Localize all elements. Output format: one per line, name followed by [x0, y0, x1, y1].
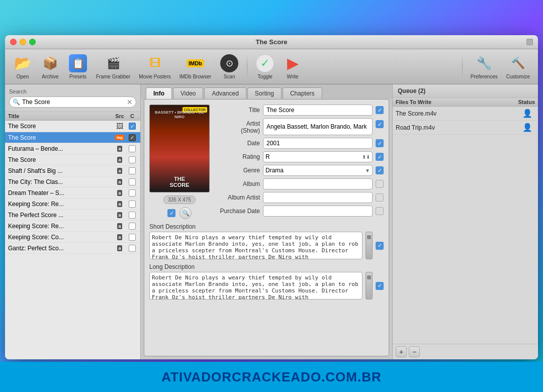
toolbar-separator-2	[462, 54, 463, 79]
rating-value: R	[265, 153, 270, 160]
toolbar-preferences[interactable]: 🔧 Preferences	[468, 52, 501, 81]
item-checkbox[interactable]: ✓	[129, 123, 136, 130]
toolbar-frame-grabber[interactable]: 🎬 Frame Grabber	[93, 52, 133, 81]
queue-table-header: Files To Write Status	[393, 98, 538, 107]
short-description-input[interactable]: Robert De Niro plays a weary thief tempt…	[149, 232, 363, 259]
sidebar: Search 🔍 ✕ Title Src C The Score 🖼	[5, 84, 141, 359]
search-input[interactable]	[22, 99, 125, 106]
list-item[interactable]: Shaft / Shaft's Big ... a	[5, 165, 140, 176]
toolbar-scan[interactable]: ⊙ Scan	[217, 52, 242, 81]
item-checkbox[interactable]	[129, 234, 136, 241]
long-desc-scrollbar[interactable]	[366, 272, 373, 300]
list-item[interactable]: Keeping Score: Re... a	[5, 199, 140, 210]
artist-row: Artist(Show) ✓	[215, 118, 384, 135]
queue-item-status: 👤	[520, 123, 535, 132]
tab-chapters[interactable]: Chapters	[283, 87, 322, 99]
long-description-input[interactable]: Robert De Niro plays a weary thief tempt…	[149, 272, 363, 300]
title-input[interactable]	[263, 105, 373, 116]
item-checkbox[interactable]	[129, 156, 136, 163]
list-item[interactable]: Dream Theater – S... a	[5, 187, 140, 199]
item-checkbox[interactable]	[129, 223, 136, 230]
list-item[interactable]: The Score 🖼 ✓	[5, 121, 140, 132]
presets-label: Presets	[69, 74, 86, 79]
purchase-date-input[interactable]	[263, 206, 373, 217]
date-checkbox[interactable]: ✓	[376, 139, 384, 147]
rating-label: Rating	[215, 153, 260, 160]
short-description-checkbox[interactable]: ✓	[376, 242, 384, 250]
rating-checkbox[interactable]: ✓	[376, 153, 384, 161]
list-item[interactable]: The Score a	[5, 154, 140, 165]
item-checkbox[interactable]	[129, 167, 136, 174]
item-checkbox[interactable]	[129, 245, 136, 252]
list-item[interactable]: The City: The Clas... a	[5, 176, 140, 187]
long-description-checkbox[interactable]: ✓	[376, 282, 384, 290]
short-desc-scrollbar[interactable]	[366, 232, 373, 259]
status-icon: 👤	[522, 123, 532, 132]
toolbar-movie-posters[interactable]: 🎞 Movie Posters	[136, 52, 173, 81]
list-item[interactable]: Gantz: Perfect Sco... a	[5, 243, 140, 254]
close-button[interactable]	[10, 39, 17, 45]
date-input[interactable]	[263, 138, 373, 149]
scan-label: Scan	[224, 74, 235, 79]
list-item[interactable]: The Score tag ✓	[5, 132, 140, 143]
short-description-section: Short Description Robert De Niro plays a…	[149, 223, 384, 259]
imdb-label: IMDb Browser	[179, 74, 211, 79]
item-checkbox[interactable]: ✓	[129, 134, 136, 141]
toolbar-archive[interactable]: 📦 Archive	[38, 52, 63, 81]
poster-area: COLLECTOR BASSETT • BRANDO • DE NIRO THE…	[149, 105, 210, 219]
poster-search-button[interactable]: 🔍	[179, 207, 192, 219]
poster-controls: ✓ 🔍	[167, 207, 192, 219]
queue-item[interactable]: Road Trip.m4v 👤	[393, 121, 538, 135]
album-artist-input[interactable]	[263, 192, 373, 203]
album-checkbox[interactable]: ✓	[376, 180, 384, 188]
purchase-date-checkbox[interactable]: ✓	[376, 207, 384, 215]
toggle-label: Toggle	[257, 74, 272, 79]
zoom-button[interactable]	[29, 39, 36, 45]
item-checkbox[interactable]	[129, 212, 136, 219]
tab-info[interactable]: Info	[146, 87, 172, 99]
poster-checkbox[interactable]: ✓	[167, 209, 175, 217]
queue-footer: + −	[393, 344, 538, 359]
item-checkbox[interactable]	[129, 145, 136, 152]
genre-checkbox[interactable]: ✓	[376, 166, 384, 174]
artist-input[interactable]	[263, 118, 373, 135]
frame-grabber-icon: 🎬	[104, 54, 122, 72]
search-clear-button[interactable]: ✕	[127, 98, 133, 106]
album-artist-checkbox[interactable]: ✓	[376, 193, 384, 202]
queue-remove-button[interactable]: −	[409, 346, 420, 357]
tab-video[interactable]: Video	[173, 87, 203, 99]
toolbar-imdb[interactable]: IMDb IMDb Browser	[176, 52, 214, 81]
long-description-label: Long Description	[149, 263, 384, 270]
item-checkbox[interactable]	[129, 201, 136, 208]
title-checkbox[interactable]: ✓	[376, 106, 384, 114]
scan-icon: ⊙	[220, 54, 238, 72]
queue-item[interactable]: The Score.m4v 👤	[393, 107, 538, 121]
rating-select[interactable]: R ⬆⬇	[263, 151, 373, 162]
album-input[interactable]	[263, 178, 373, 189]
item-checkbox[interactable]	[129, 178, 136, 185]
list-item[interactable]: Keeping Score: Co... a	[5, 232, 140, 243]
toolbar-write[interactable]: ▶ Write	[280, 52, 305, 81]
list-header: Title Src C	[5, 112, 140, 121]
toolbar-customize[interactable]: 🔨 Customize	[503, 52, 533, 81]
title-row: Title ✓	[215, 105, 384, 116]
list-item[interactable]: Futurama – Bende... a	[5, 143, 140, 154]
toolbar-presets[interactable]: 📋 Presets	[65, 52, 90, 81]
window-collapse-button[interactable]	[526, 39, 533, 45]
artist-label: Artist(Show)	[215, 120, 260, 134]
artist-checkbox[interactable]: ✓	[376, 120, 384, 128]
list-item[interactable]: Keeping Score: Re... a	[5, 221, 140, 232]
queue-col-files: Files To Write	[396, 99, 505, 105]
queue-add-button[interactable]: +	[396, 346, 407, 357]
tab-advanced[interactable]: Advanced	[204, 87, 246, 99]
toolbar-toggle[interactable]: ✓ Toggle	[252, 52, 278, 81]
queue-items-list: The Score.m4v 👤 Road Trip.m4v 👤	[393, 107, 538, 225]
item-checkbox[interactable]	[129, 189, 136, 197]
list-item[interactable]: The Perfect Score ... a	[5, 210, 140, 221]
tab-sorting[interactable]: Sorting	[247, 87, 282, 99]
date-row: Date ✓	[215, 138, 384, 149]
genre-select[interactable]: Drama ▼	[263, 165, 373, 176]
minimize-button[interactable]	[20, 39, 26, 45]
toolbar-open[interactable]: 📂 Open	[10, 52, 35, 81]
tabs-bar: Info Video Advanced Sorting Chapters	[141, 84, 392, 99]
